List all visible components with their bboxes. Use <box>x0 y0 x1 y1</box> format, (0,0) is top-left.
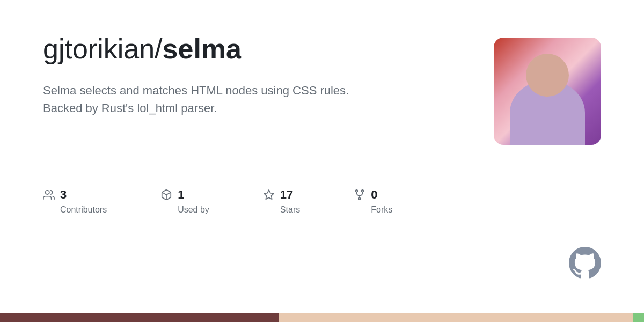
repo-title: gjtorikian/selma <box>43 32 408 65</box>
fork-icon <box>354 189 365 201</box>
stat-stars-top: 17 <box>263 188 293 202</box>
svg-point-0 <box>46 191 49 194</box>
stars-label: Stars <box>263 205 300 215</box>
left-section: gjtorikian/selma Selma selects and match… <box>43 32 408 117</box>
stat-forks-top: 0 <box>354 188 377 202</box>
package-icon <box>160 189 172 201</box>
svg-marker-2 <box>264 190 274 199</box>
bar-segment-ruby <box>0 313 279 322</box>
bar-segment-green <box>633 313 644 322</box>
stat-contributors[interactable]: 3 Contributors <box>43 188 107 215</box>
forks-count: 0 <box>371 188 377 202</box>
used-by-count: 1 <box>178 188 184 202</box>
right-section <box>494 38 601 145</box>
stat-stars[interactable]: 17 Stars <box>263 188 300 215</box>
avatar <box>494 38 601 145</box>
repo-name: selma <box>163 33 241 64</box>
repo-description: Selma selects and matches HTML nodes usi… <box>43 82 354 117</box>
people-icon <box>43 189 55 201</box>
contributors-label: Contributors <box>43 205 107 215</box>
github-octocat-icon[interactable] <box>569 247 601 279</box>
stat-used-by[interactable]: 1 Used by <box>160 188 209 215</box>
contributors-count: 3 <box>60 188 67 202</box>
stat-used-by-top: 1 <box>160 188 184 202</box>
stat-forks[interactable]: 0 Forks <box>354 188 392 215</box>
stat-contributors-top: 3 <box>43 188 67 202</box>
forks-label: Forks <box>354 205 392 215</box>
stats-section: 3 Contributors 1 Used by 17 <box>0 188 644 215</box>
star-icon <box>263 189 275 201</box>
bottom-bar <box>0 313 644 322</box>
repo-owner: gjtorikian/ <box>43 33 163 64</box>
svg-point-5 <box>358 198 361 200</box>
main-content: gjtorikian/selma Selma selects and match… <box>0 0 644 145</box>
used-by-label: Used by <box>160 205 209 215</box>
stars-count: 17 <box>280 188 293 202</box>
bar-segment-other <box>279 313 633 322</box>
